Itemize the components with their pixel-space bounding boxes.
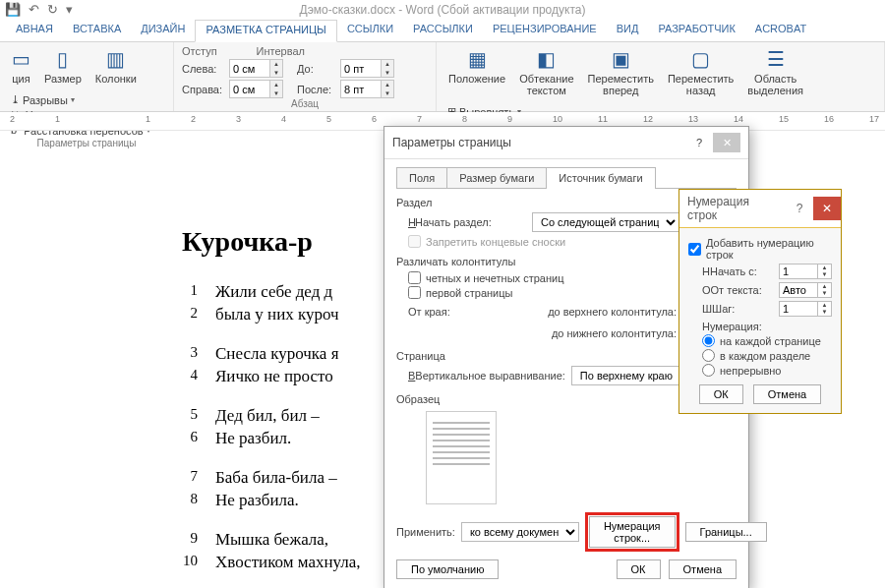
breaks-button[interactable]: ⤓ Разрывы▾ (8, 92, 153, 107)
indent-left-input[interactable]: ▲▼ (229, 59, 283, 78)
tab-ссылки[interactable]: ССЫЛКИ (337, 20, 403, 41)
group-caption-paragraph: Абзац (182, 98, 428, 111)
odd-even-checkbox[interactable] (408, 271, 421, 284)
continuous-radio[interactable] (702, 364, 715, 377)
columns-button[interactable]: ▥Колонки (91, 45, 141, 87)
close-icon[interactable]: ✕ (813, 197, 841, 220)
tab-дизайн[interactable]: ДИЗАЙН (131, 20, 195, 41)
quick-access-toolbar[interactable]: 💾 ↶ ↻ ▾ (5, 0, 73, 20)
count-by-input[interactable]: ▲▼ (779, 301, 832, 317)
tab-вид[interactable]: ВИД (607, 20, 649, 41)
send-backward-button[interactable]: ▢Переместить назад (664, 45, 738, 98)
cancel-button[interactable]: Отмена (669, 559, 737, 579)
suppress-endnotes-checkbox (408, 235, 421, 248)
start-at-input[interactable]: ▲▼ (779, 264, 832, 279)
size-button[interactable]: ▯Размер (40, 45, 86, 87)
preview-thumbnail (426, 411, 497, 504)
close-icon[interactable]: ✕ (713, 133, 740, 152)
from-text-input[interactable]: ▲▼ (779, 282, 832, 298)
help-icon[interactable]: ? (786, 197, 813, 220)
space-before-input[interactable]: ▲▼ (340, 59, 394, 78)
dialog-tab-2[interactable]: Источник бумаги (546, 167, 655, 188)
ln-dialog-title: Нумерация строк (679, 190, 786, 227)
tab-разработчик[interactable]: РАЗРАБОТЧИК (648, 20, 744, 41)
apply-to-select[interactable]: ко всему документу (461, 522, 579, 542)
ribbon: ▭ция ▯Размер ▥Колонки ⤓ Разрывы▾ № Номер… (0, 42, 885, 112)
redo-icon[interactable]: ↻ (47, 0, 58, 20)
tab-авная[interactable]: АВНАЯ (6, 20, 63, 41)
section-start-select[interactable]: Со следующей страницы (532, 212, 679, 232)
tab-рассылки[interactable]: РАССЫЛКИ (403, 20, 483, 41)
tab-рецензирование[interactable]: РЕЦЕНЗИРОВАНИЕ (483, 20, 607, 41)
line-numbers-dialog-button[interactable]: Нумерация строк... (589, 516, 676, 548)
first-page-checkbox[interactable] (408, 286, 421, 299)
qat-more-icon[interactable]: ▾ (66, 0, 73, 20)
wrap-text-button[interactable]: ◧Обтекание текстом (515, 45, 577, 98)
restart-page-radio[interactable] (702, 334, 715, 347)
borders-button[interactable]: Границы... (685, 522, 767, 542)
group-caption-page-setup: Параметры страницы (8, 138, 165, 150)
save-icon[interactable]: 💾 (5, 0, 21, 20)
selection-pane-button[interactable]: ☰Область выделения (743, 45, 807, 98)
ok-button[interactable]: ОК (617, 559, 661, 579)
undo-icon[interactable]: ↶ (29, 0, 39, 20)
dialog-tab-0[interactable]: Поля (396, 167, 447, 188)
default-button[interactable]: По умолчанию (396, 559, 499, 579)
dialog-tabs: ПоляРазмер бумагиИсточник бумаги (396, 167, 737, 189)
dialog-title: Параметры страницы (392, 136, 511, 149)
tab-разметка страницы[interactable]: РАЗМЕТКА СТРАНИЦЫ (195, 20, 336, 42)
dialog-tab-1[interactable]: Размер бумаги (446, 167, 547, 188)
indent-right-input[interactable]: ▲▼ (229, 80, 283, 98)
add-line-numbering-checkbox[interactable] (688, 243, 701, 256)
ln-ok-button[interactable]: ОК (699, 384, 743, 404)
line-numbers-dialog: Нумерация строк ?✕ Добавить нумерацию ст… (678, 189, 842, 414)
ln-cancel-button[interactable]: Отмена (753, 384, 821, 404)
restart-section-radio[interactable] (702, 349, 715, 362)
window-title: Дэмо-сказки.docx - Word (Сбой активации … (300, 3, 586, 17)
space-after-input[interactable]: ▲▼ (340, 80, 394, 98)
help-icon[interactable]: ? (685, 133, 713, 152)
tab-вставка[interactable]: ВСТАВКА (63, 20, 131, 41)
orientation-button[interactable]: ▭ция (8, 45, 34, 87)
position-button[interactable]: ▦Положение (444, 45, 509, 98)
bring-forward-button[interactable]: ▣Переместить вперед (584, 45, 658, 98)
ribbon-tabs: АВНАЯВСТАВКАДИЗАЙНРАЗМЕТКА СТРАНИЦЫССЫЛК… (0, 20, 885, 42)
numbering-label: Нумерация: (702, 321, 832, 332)
tab-acrobat[interactable]: ACROBAT (745, 20, 816, 41)
